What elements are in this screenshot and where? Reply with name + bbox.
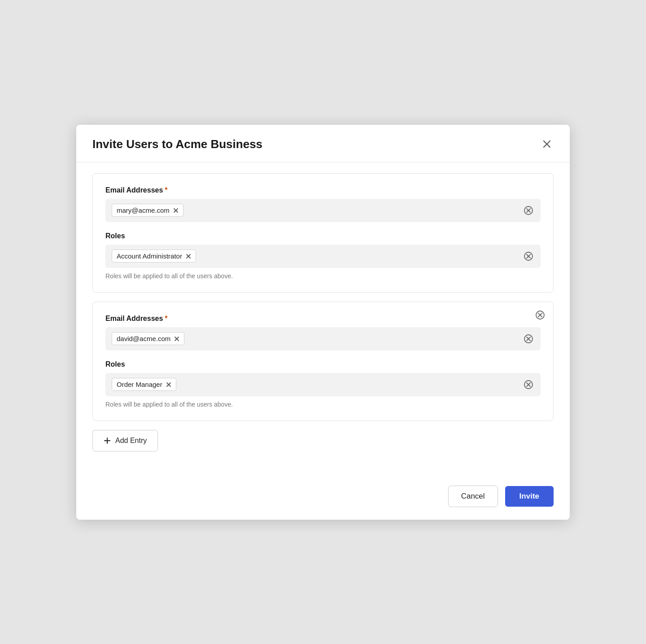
tag-remove-icon [186, 254, 191, 259]
modal-title: Invite Users to Acme Business [92, 137, 262, 151]
role-tag-account-admin: Account Administrator [112, 250, 196, 263]
roles-hint-1: Roles will be applied to all of the user… [105, 272, 541, 280]
email-label-2: Email Addresses * [105, 315, 541, 323]
roles-label-1: Roles [105, 232, 541, 240]
email-tag-value: mary@acme.com [117, 206, 170, 214]
email-tag-input-2[interactable]: david@acme.com [105, 327, 541, 350]
email-field-section-1: Email Addresses * mary@acme.com [105, 186, 541, 222]
add-entry-button[interactable]: Add Entry [92, 430, 158, 451]
remove-entry-icon [535, 310, 545, 320]
roles-section-2: Roles Order Manager [105, 360, 541, 408]
remove-role-order-manager-button[interactable] [166, 382, 171, 387]
email-tag-input-1[interactable]: mary@acme.com [105, 199, 541, 222]
email-field-section-2: Email Addresses * david@acme.com [105, 315, 541, 350]
cancel-button[interactable]: Cancel [448, 486, 498, 507]
close-icon [542, 139, 552, 149]
email-tags-1: mary@acme.com [112, 204, 523, 217]
roles-tags-1: Account Administrator [112, 250, 523, 263]
email-tag-mary: mary@acme.com [112, 204, 183, 217]
role-tag-value: Account Administrator [117, 252, 182, 260]
clear-roles-2-button[interactable] [523, 379, 534, 390]
required-star-2: * [165, 315, 167, 323]
clear-all-icon [524, 251, 533, 261]
clear-all-icon [524, 380, 533, 390]
entry-card-1: Email Addresses * mary@acme.com [92, 173, 554, 293]
roles-tag-input-1[interactable]: Account Administrator [105, 245, 541, 268]
remove-entry-2-button[interactable] [534, 309, 546, 321]
email-tags-2: david@acme.com [112, 332, 523, 345]
email-tag-david: david@acme.com [112, 332, 184, 345]
modal-body: Email Addresses * mary@acme.com [76, 162, 570, 477]
entry-card-2: Email Addresses * david@acme.com [92, 302, 554, 421]
modal-header: Invite Users to Acme Business [76, 125, 570, 162]
clear-emails-1-button[interactable] [523, 205, 534, 216]
email-tag-value: david@acme.com [117, 335, 170, 342]
roles-hint-2: Roles will be applied to all of the user… [105, 401, 541, 408]
tag-remove-icon [173, 208, 179, 213]
role-tag-order-manager: Order Manager [112, 378, 176, 391]
roles-label-2: Roles [105, 360, 541, 368]
remove-email-david-button[interactable] [174, 336, 179, 342]
email-label-1: Email Addresses * [105, 186, 541, 194]
add-entry-label: Add Entry [115, 437, 147, 445]
invite-modal: Invite Users to Acme Business Email Addr… [76, 125, 570, 520]
required-star-1: * [165, 186, 167, 194]
clear-roles-1-button[interactable] [523, 250, 534, 262]
plus-icon [104, 437, 111, 444]
remove-role-account-admin-button[interactable] [186, 254, 191, 259]
role-tag-value: Order Manager [117, 381, 162, 388]
clear-emails-2-button[interactable] [523, 333, 534, 345]
clear-all-icon [524, 206, 533, 215]
remove-email-mary-button[interactable] [173, 208, 179, 213]
tag-remove-icon [166, 382, 171, 387]
roles-tag-input-2[interactable]: Order Manager [105, 373, 541, 396]
modal-footer: Cancel Invite [76, 477, 570, 520]
invite-button[interactable]: Invite [505, 486, 554, 507]
roles-tags-2: Order Manager [112, 378, 523, 391]
modal-close-button[interactable] [540, 137, 554, 151]
tag-remove-icon [174, 336, 179, 342]
clear-all-icon [524, 334, 533, 344]
roles-section-1: Roles Account Administrator [105, 232, 541, 280]
